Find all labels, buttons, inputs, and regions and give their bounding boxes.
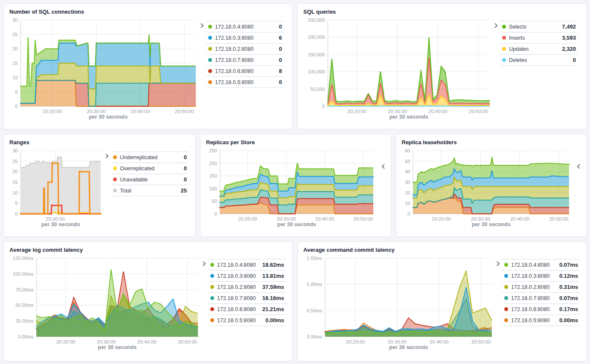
svg-text:10: 10 bbox=[12, 75, 17, 80]
panel-title: Average command commit latency bbox=[303, 247, 581, 253]
chart-sql-queries[interactable]: 050,000100,000150,000200,000250,00020:20… bbox=[303, 16, 493, 121]
panel-average-log-commit-latency: Average log commit latency 0.00ms25.00ms… bbox=[3, 242, 293, 361]
legend-label: 172.18.0.4:8080 bbox=[511, 262, 556, 268]
legend-value: 0 bbox=[279, 46, 282, 52]
svg-text:100,000: 100,000 bbox=[308, 69, 325, 74]
svg-text:150: 150 bbox=[209, 173, 217, 178]
series-color-dot bbox=[504, 285, 508, 289]
svg-text:20:40:00: 20:40:00 bbox=[430, 339, 449, 344]
legend-collapse-chevron[interactable] bbox=[202, 261, 206, 326]
chart-average-log-commit-latency[interactable]: 0.00ms25.00ms50.00ms75.00ms100.00ms125.0… bbox=[9, 254, 201, 351]
legend-row: Underreplicated0 bbox=[110, 152, 189, 163]
legend-value: 0.07ms bbox=[559, 295, 578, 301]
legend-row: 172.18.0.2:808037.59ms bbox=[208, 282, 286, 293]
dashboard-row-3: Average log commit latency 0.00ms25.00ms… bbox=[0, 242, 590, 361]
svg-text:75.00ms: 75.00ms bbox=[15, 287, 34, 292]
legend-row: 172.18.0.7:80800 bbox=[206, 55, 284, 66]
legend-collapse-chevron[interactable] bbox=[200, 23, 204, 88]
legend-value: 0 bbox=[184, 176, 187, 183]
chart-ranges[interactable]: 05101520253020:30:00per 30 seconds bbox=[9, 146, 104, 228]
svg-text:30: 30 bbox=[12, 17, 17, 23]
series-color-dot bbox=[502, 47, 506, 51]
svg-text:20:50:00: 20:50:00 bbox=[354, 216, 373, 221]
legend-label: 172.18.0.5:8080 bbox=[217, 317, 262, 323]
svg-text:30: 30 bbox=[405, 180, 410, 185]
series-color-dot bbox=[502, 25, 506, 29]
legend-expand-chevron[interactable] bbox=[381, 163, 385, 169]
legend-label: Selects bbox=[509, 24, 559, 30]
svg-text:20:50:00: 20:50:00 bbox=[469, 109, 488, 114]
svg-text:0: 0 bbox=[15, 211, 17, 216]
chart-average-command-commit-latency[interactable]: 0.00ms0.50ms1.00ms1.50ms20:20:0020:30:00… bbox=[303, 254, 495, 351]
chart-replica-leaseholders[interactable]: 010203040506020:20:0020:30:0020:40:0020:… bbox=[402, 146, 573, 228]
svg-text:20: 20 bbox=[12, 46, 17, 51]
series-color-dot bbox=[113, 155, 117, 159]
legend-value: 0.17ms bbox=[559, 306, 578, 312]
legend-label: 172.18.0.3:8080 bbox=[215, 35, 276, 41]
svg-text:150,000: 150,000 bbox=[308, 52, 325, 57]
legend: 172.18.0.4:80800.07ms 172.18.0.3:80800.1… bbox=[502, 259, 580, 326]
series-color-dot bbox=[504, 274, 508, 278]
svg-text:20:40:00: 20:40:00 bbox=[131, 109, 150, 114]
legend-value: 0 bbox=[184, 154, 187, 160]
svg-text:125.00ms: 125.00ms bbox=[13, 256, 34, 261]
svg-text:20:30:00: 20:30:00 bbox=[87, 109, 106, 114]
legend-value: 3,593 bbox=[562, 35, 576, 41]
legend-collapse-chevron[interactable] bbox=[496, 261, 500, 326]
legend-label: 172.18.0.2:8080 bbox=[217, 284, 259, 290]
chart-number-of-sql-connections[interactable]: 05101520253020:20:0020:30:0020:40:0020:5… bbox=[9, 16, 199, 121]
legend-value: 37.59ms bbox=[262, 284, 284, 290]
series-color-dot bbox=[504, 263, 508, 267]
series-color-dot bbox=[502, 36, 506, 40]
svg-text:250: 250 bbox=[209, 148, 217, 153]
legend-value: 16.16ms bbox=[262, 295, 284, 301]
svg-text:20:50:00: 20:50:00 bbox=[471, 339, 491, 344]
legend-collapse-chevron[interactable] bbox=[105, 153, 109, 196]
chart-replicas-per-store[interactable]: 05010015020025020:20:0020:30:0020:40:002… bbox=[206, 146, 377, 228]
legend-value: 0.00ms bbox=[265, 317, 284, 323]
legend-value: 18.62ms bbox=[262, 262, 284, 268]
series-color-dot bbox=[208, 58, 212, 62]
legend-value: 25 bbox=[181, 187, 187, 194]
chevron-right-icon bbox=[200, 23, 204, 29]
legend-value: 0 bbox=[184, 165, 187, 172]
legend-row: 172.18.0.2:80800 bbox=[206, 44, 284, 55]
legend-collapse-chevron[interactable] bbox=[494, 23, 498, 66]
legend-row: 172.18.0.7:808016.16ms bbox=[208, 293, 286, 304]
legend: Underreplicated0 Overreplicated0 Unavail… bbox=[110, 151, 189, 196]
legend-label: 172.18.0.6:8080 bbox=[511, 306, 556, 312]
legend-value: 0.07ms bbox=[559, 262, 578, 268]
legend-label: 172.18.0.6:8080 bbox=[215, 68, 276, 74]
legend-row: 172.18.0.3:80800.12ms bbox=[502, 271, 580, 282]
svg-text:per 30 seconds: per 30 seconds bbox=[89, 114, 128, 120]
svg-text:20: 20 bbox=[12, 169, 17, 174]
legend-label: 172.18.0.3:8080 bbox=[217, 273, 259, 279]
series-color-dot bbox=[210, 307, 214, 311]
legend-expand-chevron[interactable] bbox=[577, 163, 581, 169]
legend-value: 0.12ms bbox=[559, 273, 578, 279]
legend-value: 2,320 bbox=[562, 46, 576, 52]
svg-text:20:30:00: 20:30:00 bbox=[277, 216, 296, 221]
series-color-dot bbox=[504, 318, 508, 322]
legend-row: Selects7,492 bbox=[500, 21, 578, 32]
series-color-dot bbox=[210, 285, 214, 289]
svg-text:20:40:00: 20:40:00 bbox=[137, 339, 157, 344]
dashboard-row-1: Number of SQL connections 05101520253020… bbox=[0, 3, 590, 129]
legend-label: 172.18.0.4:8080 bbox=[215, 24, 276, 30]
chevron-left-icon bbox=[577, 163, 581, 169]
series-color-dot bbox=[208, 69, 212, 73]
svg-text:20:20:00: 20:20:00 bbox=[346, 339, 365, 344]
legend-value: 0.31ms bbox=[559, 284, 578, 290]
svg-text:25: 25 bbox=[12, 159, 17, 164]
legend-row: 172.18.0.5:80800 bbox=[206, 77, 284, 88]
panel-replica-leaseholders: Replica leaseholders 010203040506020:20:… bbox=[396, 134, 587, 237]
panel-number-of-sql-connections: Number of SQL connections 05101520253020… bbox=[3, 3, 293, 129]
chevron-right-icon bbox=[494, 23, 498, 29]
svg-text:40: 40 bbox=[405, 169, 410, 174]
series-color-dot bbox=[210, 296, 214, 300]
svg-text:20:30:00: 20:30:00 bbox=[388, 109, 407, 114]
metrics-dashboard: Number of SQL connections 05101520253020… bbox=[0, 0, 590, 364]
chevron-left-icon bbox=[381, 163, 385, 169]
svg-text:per 30 seconds: per 30 seconds bbox=[471, 221, 510, 227]
panel-title: SQL queries bbox=[303, 9, 581, 15]
